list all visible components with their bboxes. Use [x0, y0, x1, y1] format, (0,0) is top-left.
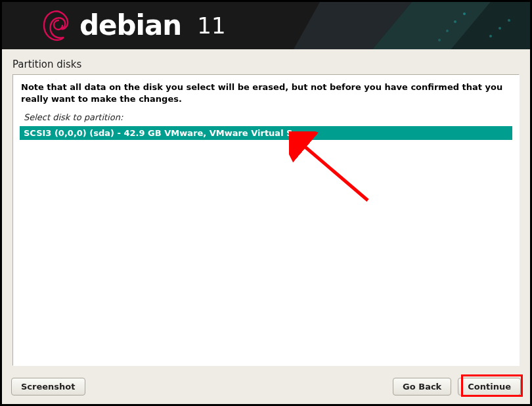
svg-point-9	[508, 19, 510, 22]
content-area: Partition disks Note that all data on th…	[2, 49, 530, 404]
debian-logo-block: debian 11	[40, 7, 226, 44]
svg-point-3	[463, 12, 466, 15]
button-bar: Screenshot Go Back Continue	[2, 371, 530, 404]
svg-point-6	[438, 39, 441, 41]
select-prompt: Select disk to partition:	[20, 110, 512, 126]
warning-note: Note that all data on the disk you selec…	[20, 80, 512, 110]
continue-button[interactable]: Continue	[458, 378, 521, 395]
debian-swirl-icon	[40, 7, 70, 44]
svg-point-5	[446, 30, 449, 32]
svg-point-4	[454, 20, 456, 23]
installer-window: debian 11 Partition disks Note that all …	[2, 2, 530, 404]
svg-point-7	[489, 35, 492, 37]
disk-row[interactable]: SCSI3 (0,0,0) (sda) - 42.9 GB VMware, VM…	[20, 126, 512, 140]
brand-name: debian	[79, 12, 181, 39]
go-back-button[interactable]: Go Back	[393, 378, 451, 395]
brand-version: 11	[197, 14, 225, 37]
banner-decoration	[294, 2, 530, 49]
page-title: Partition disks	[2, 49, 530, 74]
header-banner: debian 11	[2, 2, 530, 49]
main-panel: Note that all data on the disk you selec…	[12, 74, 520, 366]
svg-point-8	[499, 27, 501, 30]
screenshot-button[interactable]: Screenshot	[11, 378, 85, 395]
disk-list: SCSI3 (0,0,0) (sda) - 42.9 GB VMware, VM…	[20, 126, 512, 359]
